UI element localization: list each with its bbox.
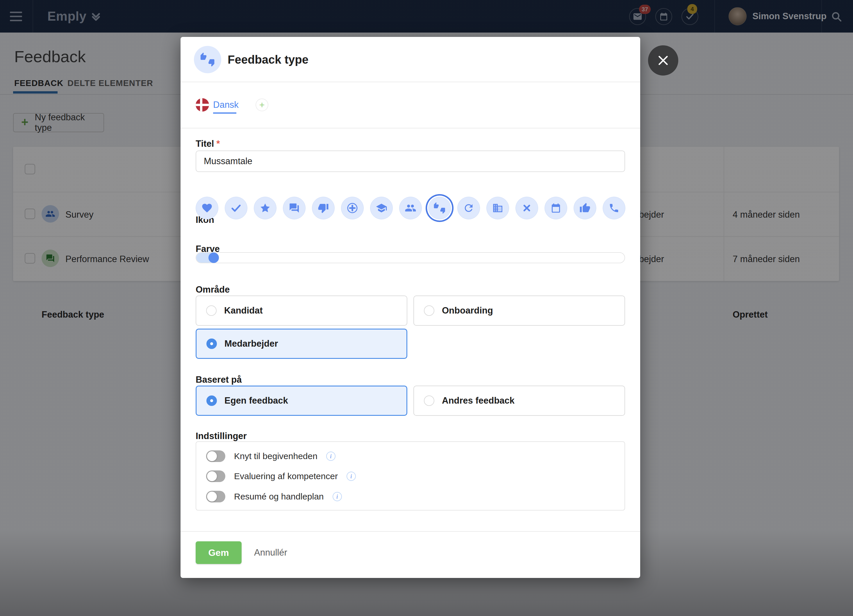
radio-icon <box>424 306 434 316</box>
setting-row: Evaluering af kompetencer i <box>206 471 356 482</box>
info-icon[interactable]: i <box>346 472 356 481</box>
radio-icon <box>206 339 217 349</box>
color-slider[interactable] <box>196 252 625 263</box>
calendar-icon[interactable] <box>545 197 567 219</box>
people-icon[interactable] <box>399 197 422 219</box>
language-tab-dansk[interactable]: Dansk <box>213 100 239 110</box>
thumbs-up-icon[interactable] <box>574 197 596 219</box>
modal-close-button[interactable] <box>648 45 678 76</box>
setting-row: Resumé og handleplan i <box>206 491 342 502</box>
required-asterisk: * <box>216 139 220 149</box>
add-language-button[interactable]: + <box>255 98 268 111</box>
close-icon[interactable] <box>516 197 538 219</box>
setting-row: Knyt til begivenheden i <box>206 450 335 462</box>
circle-plus-icon[interactable] <box>341 197 364 219</box>
info-icon[interactable]: i <box>332 492 342 501</box>
radio-option-onboarding[interactable]: Onboarding <box>413 295 625 326</box>
feedback-type-modal: Feedback type Dansk + Titel* Ikon Farve <box>181 37 640 578</box>
baseret-paa-label: Baseret på <box>196 375 242 385</box>
star-icon[interactable] <box>254 197 276 219</box>
refresh-icon[interactable] <box>457 197 480 219</box>
titel-input[interactable] <box>196 150 625 172</box>
icon-picker <box>196 197 625 219</box>
toggle-evaluering-af-kompetencer[interactable] <box>206 471 225 482</box>
language-bar: Dansk + <box>181 82 640 129</box>
cancel-button[interactable]: Annullér <box>254 541 287 564</box>
heart-icon[interactable] <box>196 197 219 219</box>
footer-divider <box>181 531 640 532</box>
check-icon[interactable] <box>225 197 247 219</box>
thumbs-down-icon[interactable] <box>312 197 335 219</box>
phone-icon[interactable] <box>603 197 625 219</box>
chat-icon[interactable] <box>283 197 305 219</box>
titel-label: Titel* <box>196 139 220 149</box>
building-icon[interactable] <box>486 197 509 219</box>
radio-icon <box>206 306 217 316</box>
feedback-thumbs-icon[interactable] <box>428 197 451 219</box>
close-icon <box>656 54 670 67</box>
education-icon[interactable] <box>370 197 393 219</box>
radio-option-andres-feedback[interactable]: Andres feedback <box>413 386 625 416</box>
save-button[interactable]: Gem <box>196 541 241 564</box>
radio-icon <box>206 395 217 406</box>
indstillinger-label: Indstillinger <box>196 431 247 441</box>
radio-option-medarbejder[interactable]: Medarbejder <box>196 328 407 359</box>
feedback-thumbs-icon <box>194 46 221 73</box>
language-tab-underline <box>213 112 236 114</box>
slider-thumb[interactable] <box>208 253 219 263</box>
settings-box: Knyt til begivenheden i Evaluering af ko… <box>196 441 625 510</box>
modal-title: Feedback type <box>228 37 308 82</box>
info-icon[interactable]: i <box>326 451 335 461</box>
toggle-resume-og-handleplan[interactable] <box>206 491 225 502</box>
danish-flag-icon <box>196 98 209 112</box>
radio-icon <box>424 395 434 406</box>
radio-option-kandidat[interactable]: Kandidat <box>196 295 407 326</box>
toggle-knyt-til-begivenheden[interactable] <box>206 450 225 462</box>
modal-header: Feedback type <box>181 37 640 82</box>
omraade-label: Område <box>196 285 230 295</box>
radio-option-egen-feedback[interactable]: Egen feedback <box>196 386 407 416</box>
